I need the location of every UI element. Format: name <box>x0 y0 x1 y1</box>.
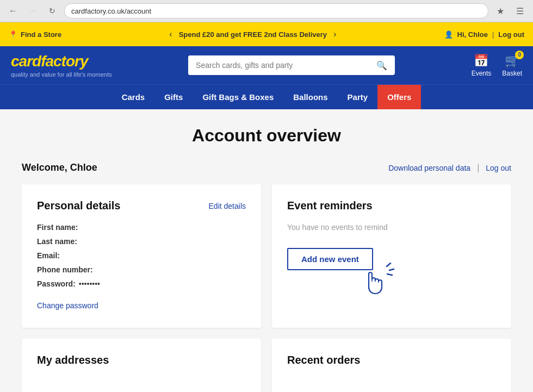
basket-button[interactable]: 🛒 0 Basket <box>502 54 522 77</box>
hi-user-link[interactable]: Hi, Chloe <box>457 30 488 39</box>
main-nav: Cards Gifts Gift Bags & Boxes Balloons P… <box>0 84 533 109</box>
events-icon: 📅 <box>474 54 488 68</box>
bookmark-button[interactable]: ★ <box>493 3 508 18</box>
recent-orders-title: Recent orders <box>287 354 361 366</box>
reload-button[interactable]: ↻ <box>45 3 60 18</box>
promo-prev-button[interactable]: ‹ <box>169 29 172 39</box>
phone-field: Phone number: <box>37 265 246 274</box>
add-event-area: Add new event <box>287 248 373 270</box>
nav-party[interactable]: Party <box>338 85 378 109</box>
logo-area: cardfactory quality and value for all li… <box>11 53 112 78</box>
event-reminders-card: Event reminders You have no events to re… <box>272 184 511 328</box>
svg-line-0 <box>387 263 391 266</box>
personal-details-header: Personal details Edit details <box>37 200 246 212</box>
personal-details-title: Personal details <box>37 200 120 212</box>
welcome-bar: Welcome, Chloe Download personal data | … <box>22 162 511 173</box>
welcome-actions: Download personal data | Log out <box>388 163 511 173</box>
search-bar: 🔍 <box>188 55 395 75</box>
event-reminders-title: Event reminders <box>287 200 373 212</box>
personal-details-card: Personal details Edit details First name… <box>22 184 261 328</box>
find-store-link[interactable]: 📍 Find a Store <box>9 30 61 39</box>
promo-banner: ‹ Spend £20 and get FREE 2nd Class Deliv… <box>169 29 336 39</box>
search-input[interactable] <box>188 55 369 75</box>
search-button[interactable]: 🔍 <box>369 56 395 75</box>
page-title: Account overview <box>22 126 511 146</box>
nav-gifts[interactable]: Gifts <box>154 85 193 109</box>
nav-offers[interactable]: Offers <box>377 85 421 109</box>
password-field: Password: •••••••• <box>37 279 246 288</box>
user-actions: 👤 Hi, Chloe | Log out <box>444 30 524 39</box>
user-icon: 👤 <box>444 30 453 39</box>
top-bar: 📍 Find a Store ‹ Spend £20 and get FREE … <box>0 22 533 46</box>
basket-badge: 0 <box>515 51 524 59</box>
promo-next-button[interactable]: › <box>333 29 336 39</box>
forward-button[interactable]: → <box>25 3 40 18</box>
logo[interactable]: cardfactory <box>11 53 112 70</box>
back-button[interactable]: ← <box>5 3 21 18</box>
url-bar[interactable] <box>64 3 488 18</box>
menu-button[interactable]: ☰ <box>512 3 528 18</box>
header-actions: 📅 Events 🛒 0 Basket <box>472 54 522 77</box>
cards-grid: Personal details Edit details First name… <box>22 184 511 392</box>
nav-balloons[interactable]: Balloons <box>283 85 337 109</box>
nav-cards[interactable]: Cards <box>112 85 155 109</box>
svg-line-1 <box>389 269 394 270</box>
change-password-link[interactable]: Change password <box>37 301 98 310</box>
cursor-hand-icon <box>357 262 395 300</box>
logout-account-link[interactable]: Log out <box>486 164 511 172</box>
svg-line-2 <box>387 274 392 275</box>
recent-orders-card: Recent orders <box>272 339 511 392</box>
email-field: Email: <box>37 251 246 260</box>
page-content: Account overview Welcome, Chloe Download… <box>0 109 533 392</box>
first-name-field: First name: <box>37 223 246 232</box>
welcome-text: Welcome, Chloe <box>22 162 97 173</box>
my-addresses-card: My addresses <box>22 339 261 392</box>
no-events-text: You have no events to remind <box>287 223 496 232</box>
location-icon: 📍 <box>9 30 17 39</box>
site-header: cardfactory quality and value for all li… <box>0 46 533 84</box>
download-personal-data-link[interactable]: Download personal data <box>388 164 470 172</box>
logout-top-link[interactable]: Log out <box>498 30 524 39</box>
logo-tagline: quality and value for all life's moments <box>11 71 112 78</box>
events-button[interactable]: 📅 Events <box>472 54 492 77</box>
event-reminders-header: Event reminders <box>287 200 496 212</box>
my-addresses-title: My addresses <box>37 354 109 366</box>
last-name-field: Last name: <box>37 237 246 246</box>
nav-gift-bags[interactable]: Gift Bags & Boxes <box>193 85 283 109</box>
edit-details-link[interactable]: Edit details <box>209 202 246 210</box>
basket-icon: 🛒 0 <box>505 54 519 68</box>
